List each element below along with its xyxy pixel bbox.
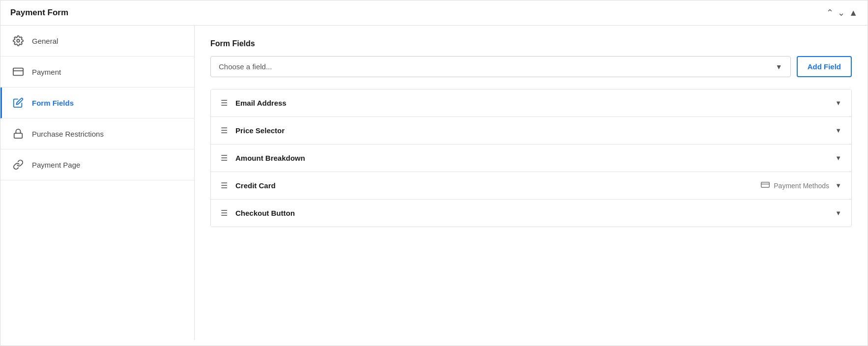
field-row-amount[interactable]: ☰ Amount Breakdown ▼	[211, 144, 851, 172]
field-name-checkout: Checkout Button	[235, 209, 835, 217]
svg-point-0	[17, 39, 20, 42]
field-row-email[interactable]: ☰ Email Address ▼	[211, 89, 851, 117]
field-name-price: Price Selector	[235, 126, 835, 135]
sidebar-item-label-payment-page: Payment Page	[32, 161, 80, 169]
field-expand-icon-price: ▼	[835, 127, 841, 134]
field-expand-icon-credit-card: ▼	[835, 182, 841, 189]
field-dropdown[interactable]: Choose a field... ▼	[210, 56, 791, 77]
sidebar-item-payment-page[interactable]: Payment Page	[0, 149, 194, 180]
lock-icon	[12, 128, 24, 139]
link-icon	[12, 159, 24, 170]
add-field-button[interactable]: Add Field	[797, 56, 852, 77]
drag-handle-icon: ☰	[221, 153, 228, 163]
field-name-email: Email Address	[235, 99, 835, 107]
gear-icon	[12, 35, 24, 46]
collapse-up-icon[interactable]: ⌃	[826, 7, 834, 18]
sidebar-item-label-payment: Payment	[32, 68, 61, 76]
sidebar: General Payment	[0, 26, 195, 340]
sidebar-item-general[interactable]: General	[0, 26, 194, 57]
app-container: Payment Form ⌃ ⌄ ▲ General	[0, 0, 868, 346]
collapse-down-icon[interactable]: ⌄	[838, 7, 845, 18]
payment-methods-icon	[761, 181, 770, 190]
field-dropdown-placeholder: Choose a field...	[219, 62, 272, 71]
field-name-amount: Amount Breakdown	[235, 154, 835, 162]
drag-handle-icon: ☰	[221, 98, 228, 108]
drag-handle-icon: ☰	[221, 208, 228, 218]
credit-card-icon	[12, 66, 24, 77]
section-title: Form Fields	[210, 39, 852, 48]
field-row-price[interactable]: ☰ Price Selector ▼	[211, 117, 851, 144]
field-selector-row: Choose a field... ▼ Add Field	[210, 56, 852, 77]
sidebar-item-payment[interactable]: Payment	[0, 57, 194, 87]
field-expand-icon-email: ▼	[835, 99, 841, 107]
header: Payment Form ⌃ ⌄ ▲	[0, 0, 868, 26]
field-expand-icon-amount: ▼	[835, 154, 841, 162]
edit-icon	[12, 97, 24, 108]
field-row-checkout[interactable]: ☰ Checkout Button ▼	[211, 200, 851, 227]
sidebar-item-purchase-restrictions[interactable]: Purchase Restrictions	[0, 118, 194, 149]
payment-methods-meta: Payment Methods	[761, 181, 829, 190]
header-controls: ⌃ ⌄ ▲	[826, 7, 858, 18]
drag-handle-icon: ☰	[221, 126, 228, 135]
field-name-credit-card: Credit Card	[235, 181, 761, 190]
svg-rect-4	[761, 182, 770, 187]
sidebar-item-label-purchase-restrictions: Purchase Restrictions	[32, 130, 104, 138]
fields-list: ☰ Email Address ▼ ☰ Price Selector ▼ ☰ A…	[210, 89, 852, 227]
sidebar-item-label-form-fields: Form Fields	[32, 99, 74, 107]
svg-rect-3	[14, 133, 23, 138]
page-title: Payment Form	[10, 8, 68, 18]
payment-methods-label: Payment Methods	[774, 182, 829, 190]
drag-handle-icon: ☰	[221, 181, 228, 190]
sidebar-item-label-general: General	[32, 37, 58, 45]
field-row-credit-card[interactable]: ☰ Credit Card Payment Methods ▼	[211, 172, 851, 200]
main-layout: General Payment	[0, 26, 868, 340]
field-expand-icon-checkout: ▼	[835, 209, 841, 217]
content-area: Form Fields Choose a field... ▼ Add Fiel…	[195, 26, 868, 340]
expand-icon[interactable]: ▲	[849, 8, 858, 18]
dropdown-chevron-icon: ▼	[776, 63, 782, 71]
svg-rect-1	[13, 68, 23, 76]
sidebar-item-form-fields[interactable]: Form Fields	[0, 87, 194, 118]
